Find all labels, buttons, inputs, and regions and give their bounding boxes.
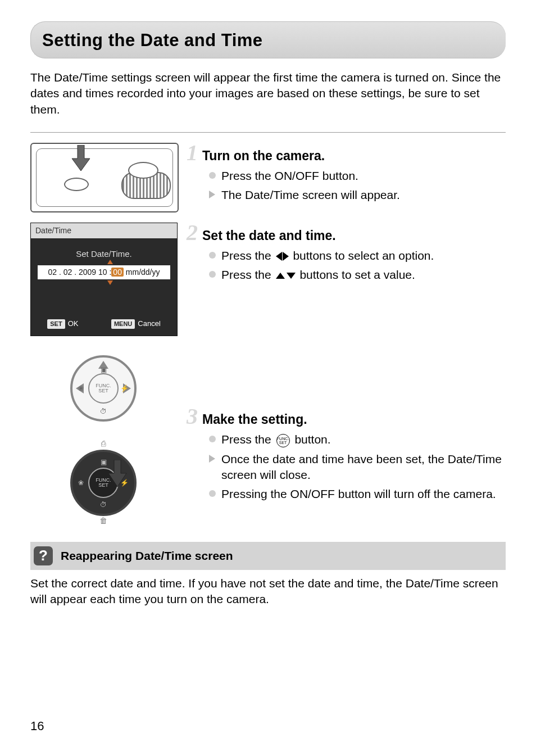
- timer-icon: ⏱: [100, 500, 107, 509]
- exposure-icon: ▣: [101, 365, 107, 374]
- page-number: 16: [30, 718, 44, 735]
- exposure-icon: ▣: [101, 458, 107, 467]
- down-caret-icon: [107, 280, 113, 285]
- step-number: 2: [187, 223, 198, 243]
- power-arrow-icon: [71, 145, 91, 172]
- trash-icon: 🗑: [99, 515, 107, 526]
- camera-top-illustration: [30, 143, 179, 212]
- step-item: Press the ON/OFF button.: [209, 168, 506, 184]
- macro-icon: ❀: [78, 478, 84, 487]
- note-body: Set the correct date and time. If you ha…: [30, 576, 506, 608]
- lcd-date-row: 02 . 02 . 2009 10 :00 mm/dd/yy: [38, 265, 170, 279]
- page-title-bar: Setting the Date and Time: [30, 21, 506, 58]
- timer-icon: ⏱: [100, 407, 107, 416]
- step-item: Once the date and time have been set, th…: [209, 451, 506, 483]
- step-number: 3: [187, 406, 198, 427]
- step-item: Pressing the ON/OFF button will turn off…: [209, 486, 506, 502]
- func-set-center: FUNC. SET: [88, 373, 119, 404]
- lcd-screen-illustration: Date/Time Set Date/Time. 02 . 02 . 2009 …: [30, 223, 178, 336]
- step-1: 1Turn on the camera.Press the ON/OFF but…: [191, 143, 506, 203]
- separator: [30, 132, 506, 133]
- print-icon: ⎙: [101, 438, 106, 449]
- intro-text: The Date/Time settings screen will appea…: [30, 70, 506, 117]
- step-item: The Date/Time screen will appear.: [209, 187, 506, 203]
- step-2: 2Set the date and time.Press the buttons…: [191, 223, 506, 283]
- lcd-date-part1: 02 . 02 . 2009 10 :: [48, 268, 111, 277]
- step-3: 3Make the setting.Press the FUNC.SET but…: [191, 406, 506, 502]
- question-icon: ?: [34, 546, 53, 565]
- up-caret-icon: [107, 260, 113, 264]
- up-down-arrows-icon: [276, 273, 296, 279]
- note-title: Reappearing Date/Time screen: [61, 548, 233, 564]
- page-title: Setting the Date and Time: [42, 29, 494, 52]
- step-title: Set the date and time.: [202, 227, 336, 245]
- flash-icon: ⚡: [120, 384, 129, 393]
- step-item: Press the buttons to set a value.: [209, 267, 506, 283]
- step-item: Press the FUNC.SET button.: [209, 432, 506, 447]
- lcd-date-part2: mm/dd/yy: [126, 268, 160, 277]
- lcd-cancel: MENUCancel: [111, 319, 161, 329]
- step-title: Make the setting.: [202, 411, 307, 428]
- note-box: ? Reappearing Date/Time screen Set the c…: [30, 542, 506, 608]
- left-right-arrows-icon: [276, 252, 289, 261]
- step-item: Press the buttons to select an option.: [209, 248, 506, 264]
- lcd-prompt: Set Date/Time.: [31, 248, 177, 260]
- lcd-date-highlight: 00: [111, 268, 124, 277]
- macro-icon: ❀: [78, 384, 84, 393]
- lcd-header: Date/Time: [31, 223, 177, 238]
- step-title: Turn on the camera.: [202, 147, 325, 165]
- step-number: 1: [187, 143, 198, 163]
- lcd-ok: SETOK: [47, 319, 78, 329]
- control-wheel-illustration: FUNC. SET ▣ ⏱ ❀ ⚡: [30, 346, 176, 431]
- control-wheel-press-illustration: ⎙ FUNC. SET ▣ ⏱ ❀ ⚡ 🗑: [30, 441, 176, 525]
- func-set-button-icon: FUNC.SET: [276, 434, 290, 447]
- press-arrow-icon: [106, 460, 129, 488]
